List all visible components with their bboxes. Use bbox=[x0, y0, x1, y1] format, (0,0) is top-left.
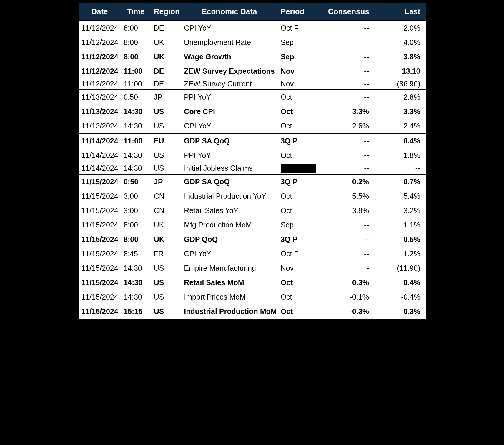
cell-last: -0.4% bbox=[374, 290, 426, 304]
cell-consensus: -- bbox=[323, 247, 374, 261]
header-region: Region bbox=[151, 3, 181, 21]
cell-time: 11:00 bbox=[121, 78, 151, 90]
cell-region: EU bbox=[151, 133, 181, 148]
cell-date: 11/15/2024 bbox=[79, 304, 121, 319]
cell-consensus: -- bbox=[323, 64, 374, 78]
cell-period bbox=[278, 163, 323, 174]
cell-date: 11/14/2024 bbox=[79, 133, 121, 148]
cell-period: Oct bbox=[278, 189, 323, 203]
table-row: 11/15/202415:15USIndustrial Production M… bbox=[79, 304, 426, 319]
table-row: 11/12/20248:00DECPI YoYOct F--2.0% bbox=[79, 21, 426, 35]
cell-time: 8:00 bbox=[121, 218, 151, 232]
cell-region: US bbox=[151, 119, 181, 133]
cell-last: 0.7% bbox=[374, 174, 426, 189]
cell-consensus: -- bbox=[323, 50, 374, 64]
cell-date: 11/14/2024 bbox=[79, 163, 121, 174]
header-last: Last bbox=[374, 3, 426, 21]
cell-time: 14:30 bbox=[121, 290, 151, 304]
cell-economic-data: Retail Sales YoY bbox=[181, 203, 277, 218]
cell-consensus: -- bbox=[323, 21, 374, 35]
table-row: 11/12/20248:00UKWage GrowthSep--3.8% bbox=[79, 50, 426, 64]
cell-region: UK bbox=[151, 35, 181, 50]
cell-period: 3Q P bbox=[278, 174, 323, 189]
cell-economic-data: CPI YoY bbox=[181, 119, 277, 133]
cell-region: CN bbox=[151, 203, 181, 218]
header-date: Date bbox=[79, 3, 121, 21]
cell-date: 11/12/2024 bbox=[79, 21, 121, 35]
cell-consensus: 3.3% bbox=[323, 104, 374, 119]
cell-time: 8:00 bbox=[121, 21, 151, 35]
cell-date: 11/15/2024 bbox=[79, 261, 121, 275]
table-row: 11/15/20243:00CNIndustrial Production Yo… bbox=[79, 189, 426, 203]
cell-last: 2.4% bbox=[374, 119, 426, 133]
cell-economic-data: GDP SA QoQ bbox=[181, 133, 277, 148]
cell-consensus: -- bbox=[323, 35, 374, 50]
table-row: 11/15/20248:45FRCPI YoYOct F--1.2% bbox=[79, 247, 426, 261]
cell-period: Oct bbox=[278, 275, 323, 290]
cell-date: 11/15/2024 bbox=[79, 232, 121, 247]
table-row: 11/15/202414:30USEmpire ManufacturingNov… bbox=[79, 261, 426, 275]
cell-region: US bbox=[151, 148, 181, 163]
cell-region: US bbox=[151, 275, 181, 290]
cell-last: 1.1% bbox=[374, 218, 426, 232]
cell-region: US bbox=[151, 290, 181, 304]
redacted-block bbox=[281, 164, 316, 173]
cell-economic-data: Retail Sales MoM bbox=[181, 275, 277, 290]
cell-period: Oct bbox=[278, 304, 323, 319]
header-econ: Economic Data bbox=[181, 3, 277, 21]
cell-period: Nov bbox=[278, 64, 323, 78]
cell-last: 0.4% bbox=[374, 275, 426, 290]
cell-date: 11/15/2024 bbox=[79, 189, 121, 203]
cell-region: CN bbox=[151, 189, 181, 203]
cell-economic-data: ZEW Survey Expectations bbox=[181, 64, 277, 78]
cell-last: 0.4% bbox=[374, 133, 426, 148]
cell-consensus: 0.3% bbox=[323, 275, 374, 290]
cell-region: FR bbox=[151, 247, 181, 261]
cell-date: 11/15/2024 bbox=[79, 203, 121, 218]
cell-last: 3.2% bbox=[374, 203, 426, 218]
cell-last: 1.2% bbox=[374, 247, 426, 261]
cell-economic-data: Core CPI bbox=[181, 104, 277, 119]
cell-time: 8:00 bbox=[121, 50, 151, 64]
cell-consensus: 5.5% bbox=[323, 189, 374, 203]
cell-economic-data: Mfg Production MoM bbox=[181, 218, 277, 232]
cell-economic-data: CPI YoY bbox=[181, 247, 277, 261]
cell-economic-data: Wage Growth bbox=[181, 50, 277, 64]
cell-period: Oct bbox=[278, 203, 323, 218]
cell-date: 11/13/2024 bbox=[79, 104, 121, 119]
cell-date: 11/15/2024 bbox=[79, 174, 121, 189]
header-period: Period bbox=[278, 3, 323, 21]
cell-time: 15:15 bbox=[121, 304, 151, 319]
table-row: 11/13/202414:30USCPI YoYOct2.6%2.4% bbox=[79, 119, 426, 133]
cell-time: 14:30 bbox=[121, 163, 151, 174]
cell-consensus: 0.2% bbox=[323, 174, 374, 189]
cell-economic-data: Industrial Production YoY bbox=[181, 189, 277, 203]
table-row: 11/13/20240:50JPPPI YoYOct--2.8% bbox=[79, 90, 426, 104]
cell-date: 11/14/2024 bbox=[79, 148, 121, 163]
cell-time: 14:30 bbox=[121, 119, 151, 133]
cell-economic-data: Empire Manufacturing bbox=[181, 261, 277, 275]
cell-economic-data: Industrial Production MoM bbox=[181, 304, 277, 319]
cell-time: 8:00 bbox=[121, 35, 151, 50]
cell-period: 3Q P bbox=[278, 232, 323, 247]
cell-economic-data: ZEW Survey Current bbox=[181, 78, 277, 90]
cell-last: (86.90) bbox=[374, 78, 426, 90]
cell-region: US bbox=[151, 261, 181, 275]
cell-consensus: -- bbox=[323, 133, 374, 148]
cell-period: Sep bbox=[278, 50, 323, 64]
header-row: Date Time Region Economic Data Period Co… bbox=[79, 3, 426, 21]
cell-region: US bbox=[151, 104, 181, 119]
cell-last: 5.4% bbox=[374, 189, 426, 203]
cell-date: 11/15/2024 bbox=[79, 218, 121, 232]
cell-region: DE bbox=[151, 64, 181, 78]
cell-period: 3Q P bbox=[278, 133, 323, 148]
cell-date: 11/15/2024 bbox=[79, 275, 121, 290]
cell-consensus: -- bbox=[323, 232, 374, 247]
cell-economic-data: PPI YoY bbox=[181, 90, 277, 104]
cell-consensus: -- bbox=[323, 218, 374, 232]
cell-consensus: - bbox=[323, 261, 374, 275]
cell-consensus: 2.6% bbox=[323, 119, 374, 133]
cell-consensus: -- bbox=[323, 78, 374, 90]
cell-period: Oct bbox=[278, 104, 323, 119]
economic-calendar-table: Date Time Region Economic Data Period Co… bbox=[79, 3, 426, 319]
